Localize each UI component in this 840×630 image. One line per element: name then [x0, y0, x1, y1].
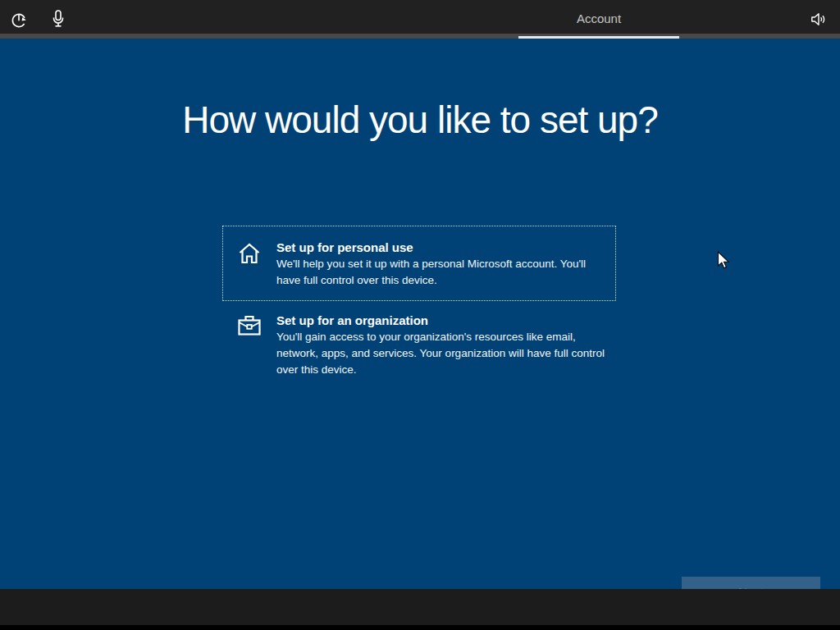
option-text: Set up for personal use We'll help you s…: [276, 240, 607, 289]
option-description: You'll gain access to your organization'…: [276, 329, 616, 378]
option-title: Set up for personal use: [276, 240, 413, 254]
top-bar: [0, 0, 840, 36]
option-title: Set up for an organization: [276, 313, 428, 327]
ease-of-access-icon[interactable]: [11, 12, 27, 32]
footer-bar: [0, 589, 840, 630]
option-description: We'll help you set it up with a personal…: [276, 256, 607, 289]
option-personal-use[interactable]: Set up for personal use We'll help you s…: [222, 226, 616, 301]
volume-icon[interactable]: [810, 12, 827, 30]
oobe-setup-screen: Account How would you like to set up? Se…: [0, 0, 840, 630]
setup-options-list: Set up for personal use We'll help you s…: [222, 226, 616, 378]
option-text: Set up for an organization You'll gain a…: [276, 313, 616, 378]
microphone-icon[interactable]: [52, 10, 65, 32]
step-tab-account: Account: [518, 0, 679, 36]
main-content: How would you like to set up? Set up for…: [0, 39, 840, 589]
briefcase-icon: [237, 314, 262, 340]
option-organization[interactable]: Set up for an organization You'll gain a…: [222, 313, 616, 378]
home-icon: [237, 241, 262, 269]
page-title: How would you like to set up?: [0, 98, 840, 142]
